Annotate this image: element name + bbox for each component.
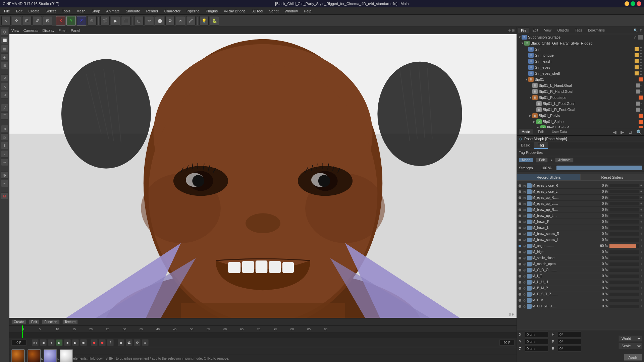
tool-material[interactable]: ◑ (1, 171, 8, 179)
btn-keyframe[interactable]: ◆ (118, 339, 124, 346)
maximize-btn[interactable] (631, 1, 635, 6)
morph-row-9[interactable]: ◎ M_brow_sorow_L 0 % + (517, 237, 644, 243)
mode-tab-edit[interactable]: Edit (535, 129, 546, 134)
morph-btn-8[interactable]: + (639, 232, 643, 236)
tool-render[interactable]: ▶ (111, 16, 120, 25)
tool-settings[interactable]: ⚙ (165, 16, 175, 25)
mat-girl3[interactable]: Girl_3 (44, 349, 57, 362)
rpanel-tab-edit[interactable]: Edit (530, 28, 541, 33)
tree-item-bip01[interactable]: ▼ B Bip01 (517, 76, 644, 82)
coord-x-input[interactable] (525, 331, 548, 338)
tree-item-footsteps[interactable]: ▼ B Bip01_Footsteps (517, 95, 644, 101)
tool-z-axis[interactable]: Z (77, 16, 86, 25)
tool-smooth[interactable]: ◎ (1, 133, 8, 141)
morph-row-6[interactable]: ◎ M_frown_R 0 % + (517, 219, 644, 225)
tree-item-subdiv[interactable]: ▼ S Subdivision Surface ✓ (517, 34, 644, 40)
tree-item-spine1[interactable]: ▶ J Bip01_Spine1 (517, 125, 644, 128)
menu-script[interactable]: Script (266, 8, 281, 14)
tool-magnet[interactable]: ⊗ (1, 125, 8, 132)
tool-edges[interactable]: ⬜ (1, 37, 8, 44)
morph-bar-container-8[interactable] (609, 232, 639, 236)
tool-rotate[interactable]: ↺ (33, 16, 42, 25)
morph-bar-container-11[interactable] (609, 250, 639, 254)
mode-icons[interactable]: ⊿ (628, 129, 632, 135)
tool-move[interactable]: ✛ (12, 16, 21, 25)
tool-rotate2[interactable]: ↺ (1, 91, 8, 99)
morph-bar-container-6[interactable] (609, 220, 639, 224)
morph-bar-container-19[interactable] (609, 298, 639, 302)
menu-window[interactable]: Window (282, 8, 301, 14)
tree-item-lhand[interactable]: B Bip01_L_Hand.Goal ✓ (517, 82, 644, 88)
menu-file[interactable]: File (1, 8, 13, 14)
rpanel-settings[interactable]: ⚙ (640, 28, 643, 32)
morph-btn-0[interactable]: + (639, 184, 643, 188)
menu-help[interactable]: Help (301, 8, 314, 14)
viewport-3d[interactable]: 0 F (9, 34, 517, 318)
morph-bar-container-7[interactable] (609, 226, 639, 230)
btn-play-reverse[interactable]: ◄ (48, 339, 55, 346)
menu-snap[interactable]: Snap (89, 8, 103, 14)
tool-render-region[interactable]: 🎬 (100, 16, 110, 25)
tool-x-axis[interactable]: X (56, 16, 65, 25)
menu-create[interactable]: Create (26, 8, 42, 14)
tree-item-char[interactable]: ▼ M Black_Child_Girl_Party_Style_Rigged (517, 40, 644, 46)
rpanel-tab-bookmarks[interactable]: Bookmarks (585, 28, 607, 33)
morph-btn-9[interactable]: + (639, 238, 643, 242)
morph-btn-7[interactable]: + (639, 226, 643, 230)
morph-btn-20[interactable]: + (639, 304, 643, 308)
morph-row-2[interactable]: ◎ M_eyes_up_R..... 0 % + (517, 195, 644, 201)
tree-item-girl[interactable]: M Girl ⠿ (517, 46, 644, 52)
tool-render-active[interactable]: ⬛ (121, 16, 130, 25)
tool-polygons[interactable]: ▦ (1, 45, 8, 52)
morph-btn-5[interactable]: + (639, 214, 643, 218)
morph-row-5[interactable]: ◎ M_brow_up_L.... 0 % + (517, 213, 644, 219)
morph-row-19[interactable]: ◎ M_F_V.......... 0 % + (517, 297, 644, 303)
btn-next-keyframe[interactable]: ▶ (72, 339, 79, 346)
tool-light[interactable]: 💡 (199, 16, 209, 25)
morph-bar-container-20[interactable] (609, 304, 639, 308)
menu-pipeline[interactable]: Pipeline (184, 8, 202, 14)
morph-btn-18[interactable]: + (639, 292, 643, 296)
tool-line[interactable]: ╱ (1, 104, 8, 111)
morph-btn-4[interactable]: + (639, 208, 643, 212)
morph-row-18[interactable]: ◎ M_D_S_T_Z....... 0 % + (517, 291, 644, 297)
morph-bar-container-2[interactable] (609, 196, 639, 200)
morph-bar-container-9[interactable] (609, 238, 639, 242)
morph-row-10[interactable]: ◎ M_anger......... 90 % + (517, 243, 644, 249)
tool-maxon[interactable]: M (1, 192, 8, 200)
rpanel-tab-file[interactable]: File (518, 28, 529, 33)
coord-b-input[interactable] (558, 346, 581, 352)
coord-h-input[interactable] (558, 331, 581, 338)
morph-btn-3[interactable]: + (639, 202, 643, 206)
rpanel-tab-tags[interactable]: Tags (572, 28, 585, 33)
morph-row-20[interactable]: ◎ M_CH_SH_J....... 0 % + (517, 303, 644, 309)
menu-mesh[interactable]: Mesh (74, 8, 88, 14)
morph-row-8[interactable]: ◎ M_brow_sorow_R 0 % + (517, 231, 644, 237)
menu-3dtool[interactable]: 3DTool (249, 8, 266, 14)
tool-mirror[interactable]: ⇔ (1, 159, 8, 166)
tool-brush[interactable]: ⬤ (155, 16, 164, 25)
morph-btn-13[interactable]: + (639, 262, 643, 266)
btn-timeline-options[interactable]: ⚙ (134, 339, 141, 346)
frame-end[interactable] (499, 340, 515, 346)
vp-menu-view[interactable]: View (11, 28, 19, 33)
mode-prev[interactable]: ◀ (613, 129, 616, 135)
close-btn[interactable] (637, 1, 641, 6)
morph-bar-container-15[interactable] (609, 274, 639, 278)
tool-select[interactable]: ↖ (1, 16, 11, 25)
mode-next[interactable]: ▶ (621, 129, 624, 135)
record-sliders-btn[interactable]: Record Sliders (517, 174, 581, 181)
coord-scale-select[interactable]: Scale (619, 343, 642, 349)
tool-python[interactable]: 🐍 (210, 16, 219, 25)
morph-bar-container-17[interactable] (609, 286, 639, 290)
morph-btn-10[interactable]: + (639, 244, 643, 248)
mode-tab-userdata[interactable]: User Data (549, 129, 570, 134)
menu-tools[interactable]: Tools (59, 8, 73, 14)
pose-tab-basic[interactable]: Basic (517, 142, 534, 149)
tree-item-leash[interactable]: M Girl_leash ⠿ (517, 58, 644, 64)
menu-render[interactable]: Render (144, 8, 161, 14)
tool-pen[interactable]: 🖊 (186, 16, 196, 25)
morph-bar-container-4[interactable] (609, 208, 639, 212)
morph-row-12[interactable]: ◎ M_smile_close.. 0 % + (517, 255, 644, 261)
coord-p-input[interactable] (558, 339, 581, 345)
